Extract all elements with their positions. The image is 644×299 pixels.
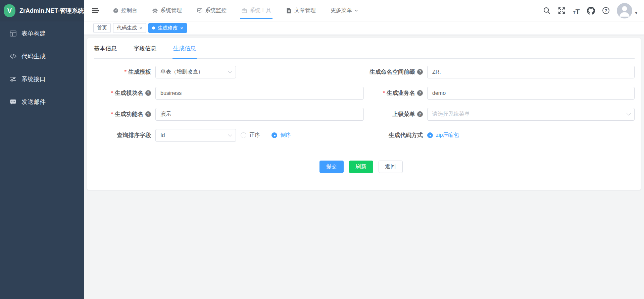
field-label-parent-menu: 上级菜单 ?	[364, 110, 427, 118]
sidebar-item-send-mail[interactable]: 发送邮件	[0, 91, 84, 113]
sort-field-select[interactable]: Id	[155, 129, 236, 142]
tag-label: 代码生成	[117, 25, 137, 31]
header-actions: TT ? ▾	[536, 3, 644, 18]
module-name-input[interactable]	[155, 87, 364, 100]
logo-letter: V	[7, 7, 12, 15]
chevron-down-icon	[354, 8, 358, 13]
help-circle-icon[interactable]: ?	[145, 90, 151, 96]
tab-field-info[interactable]: 字段信息	[134, 38, 156, 59]
tab-gen-info[interactable]: 生成信息	[173, 38, 196, 59]
app-logo-icon: V	[4, 4, 15, 17]
field-label-function: * 生成功能名 ?	[87, 110, 155, 118]
app-title: ZrAdmin.NET-管理系统	[19, 7, 84, 15]
nav-item-system-monitor[interactable]: 系统监控	[193, 0, 231, 21]
nav-item-system-manage[interactable]: 系统管理	[148, 0, 186, 21]
collapse-sidebar-icon[interactable]	[91, 6, 100, 15]
toolbox-icon	[241, 8, 247, 14]
tag-label: 首页	[97, 25, 107, 31]
field-label-namespace: 生成命名空间前缀 ?	[364, 68, 427, 76]
field-label-template: * 生成模板	[87, 68, 155, 76]
function-name-input[interactable]	[155, 108, 364, 121]
form-row: * 生成模板 单表（增删改查） 生成命名空间前缀 ?	[87, 61, 635, 82]
nav-item-label: 更多菜单	[331, 7, 352, 14]
nav-item-dashboard[interactable]: 控制台	[109, 0, 141, 21]
sidebar-item-system-api[interactable]: 系统接口	[0, 68, 84, 91]
user-menu[interactable]: ▾	[617, 3, 637, 18]
field-label-code-method: 生成代码方式	[364, 131, 427, 139]
back-button[interactable]: 返回	[379, 161, 403, 173]
field-label-business: * 生成业务名 ?	[364, 89, 427, 97]
radio-sort-desc[interactable]: 倒序	[271, 132, 291, 139]
tag-home[interactable]: 首页	[93, 23, 111, 33]
nav-item-article-manage[interactable]: 文章管理	[282, 0, 320, 21]
code-icon	[9, 53, 17, 60]
search-icon[interactable]	[542, 6, 551, 15]
close-icon[interactable]: ×	[180, 25, 183, 31]
refresh-button[interactable]: 刷新	[349, 161, 373, 173]
tag-code-gen[interactable]: 代码生成 ×	[113, 23, 146, 33]
chevron-down-icon	[228, 69, 232, 73]
business-name-input[interactable]	[427, 87, 635, 100]
tag-label: 生成修改	[158, 25, 178, 31]
help-circle-icon[interactable]: ?	[417, 69, 423, 75]
form-actions: 提交 刷新 返回	[87, 161, 635, 173]
help-icon[interactable]: ?	[601, 6, 610, 15]
radio-sort-asc[interactable]: 正序	[241, 132, 260, 139]
form-build-icon	[9, 30, 17, 37]
required-asterisk: *	[111, 111, 113, 117]
radio-icon	[271, 132, 277, 138]
gen-edit-card: 基本信息 字段信息 生成信息 * 生成模板 单表（增删改查）	[87, 38, 641, 190]
sidebar: V ZrAdmin.NET-管理系统 表单构建 代码生成	[0, 0, 84, 299]
nav-item-label: 文章管理	[294, 7, 316, 14]
font-size-icon[interactable]: TT	[572, 6, 581, 15]
sort-order-radio-group: 正序 倒序	[241, 132, 302, 139]
sidebar-item-label: 表单构建	[21, 29, 46, 38]
select-placeholder: 请选择系统菜单	[432, 111, 470, 118]
sidebar-item-form-build[interactable]: 表单构建	[0, 22, 84, 45]
tag-gen-edit-active[interactable]: 生成修改 ×	[148, 23, 187, 33]
form-row: * 生成功能名 ? 上级菜单 ? 请选择系统菜单	[87, 104, 635, 125]
help-circle-icon[interactable]: ?	[145, 111, 151, 117]
template-select[interactable]: 单表（增删改查）	[155, 66, 236, 78]
chevron-down-icon	[228, 132, 232, 137]
document-icon	[286, 8, 292, 14]
fullscreen-icon[interactable]	[557, 6, 566, 15]
field-label-module: * 生成模块名 ?	[87, 89, 155, 97]
close-icon[interactable]: ×	[139, 25, 142, 31]
dashboard-icon	[113, 8, 119, 14]
nav-item-label: 控制台	[121, 7, 137, 14]
sidebar-item-code-gen[interactable]: 代码生成	[0, 45, 84, 68]
sidebar-item-label: 发送邮件	[21, 98, 46, 106]
radio-icon	[241, 132, 246, 138]
form-row: 查询排序字段 Id 正序 倒序	[87, 125, 635, 146]
top-navigation: 控制台 系统管理	[105, 0, 366, 21]
radio-label: 倒序	[280, 132, 291, 139]
svg-text:?: ?	[605, 8, 607, 13]
radio-label: 正序	[249, 132, 260, 139]
github-icon[interactable]	[587, 6, 595, 15]
nav-item-label: 系统监控	[205, 7, 227, 14]
nav-item-system-tools[interactable]: 系统工具	[237, 0, 275, 21]
nav-item-label: 系统管理	[160, 7, 182, 14]
active-dot-icon	[152, 26, 155, 29]
required-asterisk: *	[111, 90, 113, 96]
help-circle-icon[interactable]: ?	[417, 90, 423, 96]
caret-down-icon: ▾	[635, 10, 637, 15]
monitor-icon	[197, 8, 203, 14]
submit-button[interactable]: 提交	[319, 161, 344, 173]
required-asterisk: *	[383, 90, 385, 96]
radio-zip-package[interactable]: zip压缩包	[427, 132, 459, 139]
gear-icon	[152, 8, 158, 14]
parent-menu-select[interactable]: 请选择系统菜单	[427, 108, 635, 121]
nav-item-more-menu[interactable]: 更多菜单	[327, 0, 362, 21]
sidebar-menu: 表单构建 代码生成 系统接口	[0, 21, 84, 113]
help-circle-icon[interactable]: ?	[417, 111, 423, 117]
field-label-sort-field: 查询排序字段	[87, 131, 155, 139]
tab-basic-info[interactable]: 基本信息	[94, 38, 117, 59]
radio-label: zip压缩包	[436, 132, 459, 139]
logo-area[interactable]: V ZrAdmin.NET-管理系统	[0, 0, 84, 21]
chat-mail-icon	[9, 98, 17, 106]
radio-icon	[427, 132, 433, 138]
namespace-input[interactable]	[427, 66, 635, 78]
gen-info-form: * 生成模板 单表（增删改查） 生成命名空间前缀 ?	[87, 59, 635, 173]
